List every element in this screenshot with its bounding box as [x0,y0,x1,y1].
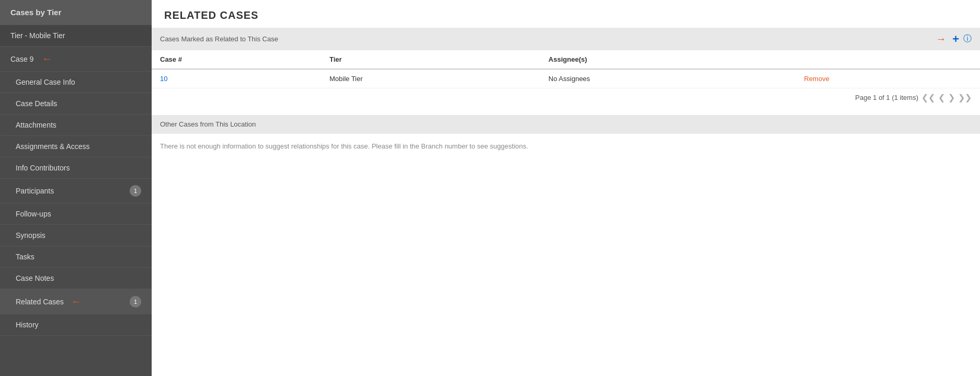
table-row: 10 Mobile Tier No Assignees Remove [152,69,980,88]
next-page-button[interactable]: ❯ [948,93,955,102]
sidebar-item-cases-by-tier[interactable]: Cases by Tier [0,0,152,25]
sidebar-item-label: Follow-ups [16,210,51,218]
sidebar-item-label: Participants [16,187,54,195]
sidebar-item-label: Case Notes [16,274,54,282]
sidebar-item-label: History [16,321,39,329]
section2-header-label: Other Cases from This Location [160,120,256,128]
related-cases-badge: 1 [130,296,141,307]
sidebar: Cases by Tier Tier - Mobile Tier Case 9 … [0,0,152,376]
main-content: RELATED CASES Cases Marked as Related to… [152,0,980,376]
sidebar-item-tasks[interactable]: Tasks [0,246,152,268]
sidebar-item-label: Attachments [16,121,56,129]
sidebar-item-label: Cases by Tier [10,8,61,17]
first-page-button[interactable]: ❮❮ [921,93,935,102]
related-cases-section: Cases Marked as Related to This Case → +… [152,28,980,107]
table-body: 10 Mobile Tier No Assignees Remove [152,69,980,88]
sidebar-item-case-9[interactable]: Case 9 ← [0,47,152,72]
col-action [796,50,981,69]
sidebar-item-label: Synopsis [16,231,45,240]
sidebar-item-label: Case 9 [10,55,33,63]
page-title: RELATED CASES [152,0,980,28]
sidebar-item-attachments[interactable]: Attachments [0,115,152,136]
sidebar-item-case-details[interactable]: Case Details [0,93,152,115]
section1-header: Cases Marked as Related to This Case → +… [152,28,980,50]
prev-page-button[interactable]: ❮ [938,93,945,102]
sidebar-item-tier-mobile[interactable]: Tier - Mobile Tier [0,25,152,47]
case-link[interactable]: 10 [160,75,167,83]
remove-link[interactable]: Remove [804,75,829,83]
pagination: Page 1 of 1 (1 items) ❮❮ ❮ ❯ ❯❯ [152,88,980,107]
pagination-text: Page 1 of 1 (1 items) [855,94,918,101]
col-case-num: Case # [152,50,321,69]
case9-arrow-icon: ← [42,53,52,65]
sidebar-item-label: General Case Info [16,78,75,86]
table-header: Case # Tier Assignee(s) [152,50,980,69]
sidebar-item-case-notes[interactable]: Case Notes [0,268,152,289]
cell-tier: Mobile Tier [321,69,540,88]
add-arrow-icon: → [936,33,946,45]
sidebar-item-info-contributors[interactable]: Info Contributors [0,157,152,179]
sidebar-item-label: Related Cases [16,298,64,306]
sidebar-item-label: Info Contributors [16,164,70,172]
sidebar-item-assignments-access[interactable]: Assignments & Access [0,136,152,157]
sidebar-item-synopsis[interactable]: Synopsis [0,225,152,246]
add-related-case-button[interactable]: + [952,33,959,45]
col-tier: Tier [321,50,540,69]
sidebar-item-label: Assignments & Access [16,142,90,151]
section1-header-label: Cases Marked as Related to This Case [160,35,278,43]
cell-assignees: No Assignees [540,69,796,88]
other-cases-section: Other Cases from This Location There is … [152,115,980,158]
help-button[interactable]: ⓘ [963,33,972,44]
section1-actions: → + ⓘ [936,33,972,45]
last-page-button[interactable]: ❯❯ [958,93,972,102]
sidebar-item-label: Tasks [16,253,35,261]
no-suggestions-message: There is not enough information to sugge… [152,133,980,158]
cell-action: Remove [796,69,981,88]
cell-case-num: 10 [152,69,321,88]
sidebar-item-label: Case Details [16,99,57,108]
sidebar-item-label: Tier - Mobile Tier [10,31,65,40]
section2-header: Other Cases from This Location [152,115,980,133]
sidebar-item-related-cases[interactable]: Related Cases ← 1 [0,289,152,314]
col-assignees: Assignee(s) [540,50,796,69]
participants-badge: 1 [130,185,141,197]
sidebar-item-general-case-info[interactable]: General Case Info [0,72,152,93]
sidebar-item-follow-ups[interactable]: Follow-ups [0,203,152,225]
related-cases-table: Case # Tier Assignee(s) 10 Mobile Tier N… [152,50,980,88]
sidebar-item-participants[interactable]: Participants 1 [0,179,152,203]
sidebar-item-history[interactable]: History [0,314,152,336]
related-cases-arrow-icon: ← [71,295,82,307]
